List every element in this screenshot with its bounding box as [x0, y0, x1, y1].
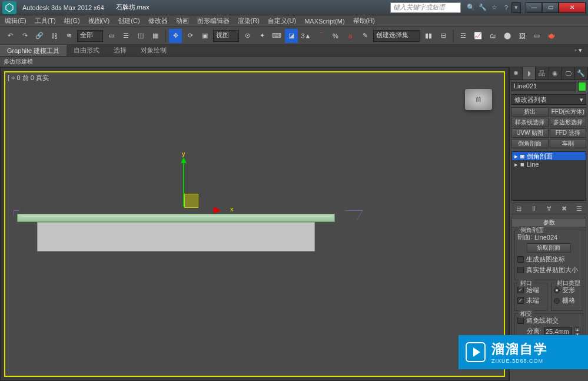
keyboard-shortcut-icon[interactable]: ⌨	[270, 29, 283, 43]
btn-spline-select[interactable]: 样条线选择	[511, 118, 549, 127]
rotate-icon[interactable]: ⟳	[184, 29, 197, 43]
cap-morph-radio[interactable]	[554, 287, 560, 293]
modifier-stack[interactable]: ▸ ◙ 倒角剖面 ▸ ■ Line	[511, 151, 586, 201]
scale-icon[interactable]: ▣	[198, 29, 211, 43]
unlink-icon[interactable]: ⛓	[48, 29, 61, 43]
ribbon-group-label[interactable]: 多边形建模	[4, 58, 33, 66]
modifier-list-select[interactable]: 修改器列表▾	[511, 94, 586, 105]
snap-a-icon[interactable]: a	[344, 29, 357, 43]
viewport-front[interactable]: [ + 0 前 0 真实 前 y x	[4, 71, 505, 377]
pin-stack-icon[interactable]: ⊟	[514, 204, 523, 213]
selection-filter-select[interactable]: 全部	[77, 30, 103, 42]
bind-icon[interactable]: ≋	[62, 29, 75, 43]
ribbon-tab-objpaint[interactable]: 对象绘制	[134, 45, 174, 56]
stack-item-line[interactable]: ▸ ■ Line	[512, 160, 586, 168]
maximize-button[interactable]: ▭	[542, 2, 559, 13]
redo-icon[interactable]: ↷	[18, 29, 31, 43]
gen-mapping-checkbox[interactable]	[517, 256, 524, 263]
display-tab-icon[interactable]: 🖵	[562, 67, 575, 79]
help-search-input[interactable]: 键入关键字或短语	[390, 2, 461, 13]
angle-snap-icon[interactable]: 3▲	[300, 29, 313, 43]
menu-create[interactable]: 创建(C)	[118, 16, 139, 25]
btn-bevel-profile[interactable]: 倒角剖面	[511, 139, 549, 148]
menu-tools[interactable]: 工具(T)	[35, 16, 56, 25]
menu-edit[interactable]: 编辑(E)	[5, 16, 26, 25]
btn-ffd-box[interactable]: FFD(长方体)	[550, 107, 587, 117]
menu-help[interactable]: 帮助(H)	[353, 16, 375, 25]
menu-views[interactable]: 视图(V)	[88, 16, 110, 25]
select-region-icon[interactable]: ◫	[134, 29, 147, 43]
separation-input[interactable]: 25.4mm	[544, 327, 572, 336]
menu-customize[interactable]: 自定义(U)	[268, 16, 296, 25]
material-editor-icon[interactable]: ⬤	[501, 29, 514, 43]
menu-grapheditors[interactable]: 图形编辑器	[197, 16, 230, 25]
ribbon-tab-graphite[interactable]: Graphite 建模工具	[0, 45, 67, 56]
close-button[interactable]: ✕	[559, 2, 586, 13]
render-setup-icon[interactable]: 🖼	[516, 29, 529, 43]
mirror-icon[interactable]: ▮▮	[422, 29, 435, 43]
cap-grid-radio[interactable]	[554, 298, 560, 304]
object-name-input[interactable]: Line021	[511, 82, 576, 91]
align-icon[interactable]: ⊟	[437, 29, 450, 43]
object-color-swatch[interactable]	[578, 82, 586, 91]
ribbon-tab-selection[interactable]: 选择	[107, 45, 134, 56]
stack-expand-icon[interactable]: ▸	[514, 161, 518, 168]
layers-icon[interactable]: ☲	[457, 29, 470, 43]
model-top-slab[interactable]	[17, 214, 335, 222]
menu-modifiers[interactable]: 修改器	[148, 16, 168, 25]
axis-x-arrow-icon[interactable]	[214, 207, 221, 214]
window-crossing-icon[interactable]: ▦	[149, 29, 162, 43]
utilities-tab-icon[interactable]: 🔧	[575, 67, 588, 79]
window-dropdown[interactable]: ▾	[511, 2, 521, 13]
stack-item-bevel[interactable]: ▸ ◙ 倒角剖面	[512, 152, 586, 160]
gizmo-xy-plane[interactable]	[184, 194, 198, 208]
percent-snap-icon[interactable]: ⌒	[314, 29, 327, 43]
link-icon[interactable]: 🔗	[33, 29, 46, 43]
menu-maxscript[interactable]: MAXScript(M)	[304, 18, 344, 25]
undo-icon[interactable]: ↶	[4, 29, 16, 43]
pivot-icon[interactable]: ⊙	[241, 29, 254, 43]
menu-group[interactable]: 组(G)	[64, 16, 80, 25]
btn-extrude[interactable]: 挤出	[511, 107, 549, 117]
spinner-snap-icon[interactable]: %	[329, 29, 342, 43]
stack-expand-icon[interactable]: ▸	[514, 153, 518, 160]
btn-uvw-map[interactable]: UVW 贴图	[511, 128, 549, 138]
configure-icon[interactable]: ☰	[574, 204, 584, 213]
search-icon[interactable]: 🔍	[466, 2, 476, 13]
viewport-label[interactable]: [ + 0 前 0 真实	[8, 74, 49, 82]
edit-named-sel-icon[interactable]: ✎	[358, 29, 371, 43]
help-icon[interactable]: ?	[501, 2, 511, 13]
cap-end-checkbox[interactable]: ✓	[517, 297, 524, 304]
real-world-checkbox[interactable]	[517, 267, 524, 273]
remove-mod-icon[interactable]: ✖	[559, 204, 569, 213]
snap-toggle-icon[interactable]: ◪	[285, 29, 298, 43]
app-icon[interactable]	[2, 1, 16, 14]
render-frame-icon[interactable]: ▭	[530, 29, 543, 43]
ref-coord-select[interactable]: 视图	[213, 30, 239, 42]
model-body[interactable]	[37, 222, 315, 251]
render-icon[interactable]: 🫖	[545, 29, 558, 43]
viewcube[interactable]: 前	[465, 89, 492, 110]
exchange-icon[interactable]: ☆	[489, 2, 500, 13]
motion-tab-icon[interactable]: ◉	[549, 67, 562, 79]
separation-spinner[interactable]: ▲▼	[574, 327, 580, 336]
menu-animation[interactable]: 动画	[176, 16, 189, 25]
make-unique-icon[interactable]: ∀	[544, 204, 554, 213]
move-icon[interactable]: ✥	[169, 29, 182, 43]
btn-poly-select[interactable]: 多边形选择	[550, 118, 587, 127]
pick-profile-button[interactable]: 拾取剖面	[527, 243, 571, 253]
avoid-intersect-checkbox[interactable]	[517, 317, 524, 324]
hierarchy-tab-icon[interactable]: 品	[536, 67, 549, 79]
subscription-icon[interactable]: 🔧	[477, 2, 488, 13]
modify-tab-icon[interactable]: ◗	[523, 67, 536, 79]
btn-lathe[interactable]: 车削	[550, 139, 587, 148]
select-object-icon[interactable]: ▭	[105, 29, 118, 43]
manipulate-icon[interactable]: ✦	[255, 29, 268, 43]
schematic-icon[interactable]: 🗂	[486, 29, 499, 43]
select-name-icon[interactable]: ☰	[119, 29, 132, 43]
create-tab-icon[interactable]: ✸	[510, 67, 523, 79]
menu-rendering[interactable]: 渲染(R)	[238, 16, 260, 25]
minimize-button[interactable]: —	[526, 2, 542, 13]
ribbon-tab-freeform[interactable]: 自由形式	[67, 45, 107, 56]
ribbon-expand-icon[interactable]: ◦ ▾	[569, 47, 588, 54]
